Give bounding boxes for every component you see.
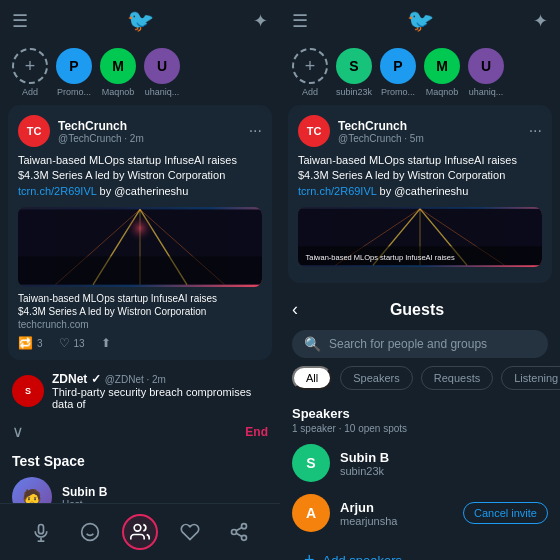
tweet-image — [18, 207, 262, 287]
cancel-invite-button[interactable]: Cancel invite — [463, 502, 548, 524]
r-avatar-subin-label: subin23k — [336, 87, 372, 97]
guests-header: ‹ Guests — [280, 289, 560, 326]
r-avatar-uhaniq[interactable]: U uhaniq... — [468, 48, 504, 97]
left-bottom-bar — [0, 503, 280, 560]
tweet-link[interactable]: tcrn.ch/2R69IVL — [18, 185, 96, 197]
add-speakers-row[interactable]: + Add speakers — [292, 544, 548, 560]
zdnet-tweet-text: Third-party security breach compromises … — [52, 386, 268, 410]
speaker-item-subin: S Subin B subin23k — [292, 444, 548, 482]
r-tweet-more-icon[interactable]: ··· — [529, 122, 542, 140]
speaker-handle-arjun: mearjunsha — [340, 515, 453, 527]
zdnet-logo: S — [12, 375, 44, 407]
right-avatar-row: + Add S subin23k P Promo... M Maqnob U u… — [280, 42, 560, 105]
guests-title: Guests — [310, 301, 524, 319]
left-panel: ☰ 🐦 ✦ + Add P Promo... M Maqnob U uhaniq… — [0, 0, 280, 560]
left-avatar-row: + Add P Promo... M Maqnob U uhaniq... — [0, 42, 280, 105]
svg-point-11 — [82, 524, 99, 541]
emoji-button[interactable] — [72, 514, 108, 550]
left-menu-icon[interactable]: ☰ — [12, 10, 28, 32]
r-tweet-author: TechCrunch @TechCrunch · 5m — [338, 119, 521, 144]
avatar-uhaniq-circle: U — [144, 48, 180, 84]
right-sparkle-icon[interactable]: ✦ — [533, 10, 548, 32]
svg-line-18 — [236, 533, 242, 536]
search-placeholder: Search for people and groups — [329, 337, 487, 351]
r-avatar-subin-circle: S — [336, 48, 372, 84]
svg-rect-7 — [18, 257, 262, 285]
mic-button[interactable] — [23, 514, 59, 550]
svg-point-16 — [232, 530, 237, 535]
add-speakers-label: Add speakers — [323, 553, 403, 560]
speaker-avatar-subin: S — [292, 444, 330, 482]
svg-rect-8 — [38, 525, 43, 534]
left-sparkle-icon[interactable]: ✦ — [253, 10, 268, 32]
svg-point-15 — [242, 524, 247, 529]
avatar-promo[interactable]: P Promo... — [56, 48, 92, 97]
avatar-maqnob[interactable]: M Maqnob — [100, 48, 136, 97]
r-tweet-link[interactable]: tcrn.ch/2R69IVL — [298, 185, 376, 197]
r-add-avatar-circle[interactable]: + — [292, 48, 328, 84]
right-menu-icon[interactable]: ☰ — [292, 10, 308, 32]
people-button[interactable] — [122, 514, 158, 550]
right-tweet-card: TC TechCrunch @TechCrunch · 5m ··· Taiwa… — [288, 105, 552, 283]
r-avatar-uhaniq-label: uhaniq... — [469, 87, 504, 97]
share-icon: ⬆ — [101, 336, 111, 350]
avatar-maqnob-label: Maqnob — [102, 87, 135, 97]
r-avatar-maqnob[interactable]: M Maqnob — [424, 48, 460, 97]
retweet-icon: 🔁 — [18, 336, 33, 350]
left-top-nav: ☰ 🐦 ✦ — [0, 0, 280, 42]
back-arrow-icon[interactable]: ‹ — [292, 299, 298, 320]
tweet-actions: 🔁 3 ♡ 13 ⬆ — [18, 336, 262, 350]
speaker-info-arjun: Arjun mearjunsha — [340, 500, 453, 527]
retweet-action[interactable]: 🔁 3 — [18, 336, 43, 350]
tab-requests[interactable]: Requests — [421, 366, 493, 390]
speaker-info-subin: Subin B subin23k — [340, 450, 548, 477]
tweet-caption2: $4.3M Series A led by Wistron Corporatio… — [18, 306, 262, 317]
zdnet-meta: @ZDNet · 2m — [105, 374, 166, 385]
r-avatar-uhaniq-circle: U — [468, 48, 504, 84]
tweet-handle-time: @TechCrunch · 2m — [58, 133, 241, 144]
heart-icon: ♡ — [59, 336, 70, 350]
avatar-maqnob-circle: M — [100, 48, 136, 84]
r-avatar-subin[interactable]: S subin23k — [336, 48, 372, 97]
avatar-add[interactable]: + Add — [12, 48, 48, 97]
speakers-section: Speakers 1 speaker · 10 open spots S Sub… — [280, 400, 560, 560]
search-icon: 🔍 — [304, 336, 321, 352]
host-name: Subin B — [62, 485, 107, 499]
speaker-name-subin: Subin B — [340, 450, 548, 465]
tweet-more-icon[interactable]: ··· — [249, 122, 262, 140]
speakers-section-title: Speakers — [292, 406, 548, 421]
tc-logo: TC — [18, 115, 50, 147]
search-bar[interactable]: 🔍 Search for people and groups — [292, 330, 548, 358]
right-twitter-logo: 🐦 — [407, 8, 434, 34]
test-space-title: Test Space — [12, 453, 268, 469]
zdnet-name: ZDNet ✓ — [52, 372, 101, 386]
speaker-avatar-arjun: A — [292, 494, 330, 532]
heart-button[interactable] — [172, 514, 208, 550]
r-tc-logo: TC — [298, 115, 330, 147]
end-label[interactable]: End — [245, 425, 268, 439]
r-avatar-maqnob-circle: M — [424, 48, 460, 84]
tab-listening[interactable]: Listening — [501, 366, 560, 390]
r-tweet-author-name: TechCrunch — [338, 119, 521, 133]
left-twitter-logo: 🐦 — [127, 8, 154, 34]
like-action[interactable]: ♡ 13 — [59, 336, 85, 350]
speaker-name-arjun: Arjun — [340, 500, 453, 515]
avatar-add-label: Add — [22, 87, 38, 97]
avatar-uhaniq[interactable]: U uhaniq... — [144, 48, 180, 97]
collapse-arrow-icon[interactable]: ∨ — [12, 422, 24, 441]
share-action[interactable]: ⬆ — [101, 336, 111, 350]
add-avatar-circle[interactable]: + — [12, 48, 48, 84]
avatar-promo-label: Promo... — [57, 87, 91, 97]
r-avatar-add[interactable]: + Add — [292, 48, 328, 97]
r-avatar-promo[interactable]: P Promo... — [380, 48, 416, 97]
r-tweet-image-svg: Taiwan-based MLOps startup InfuseAI rais… — [298, 207, 542, 267]
tweet-caption: Taiwan-based MLOps startup InfuseAI rais… — [18, 293, 262, 304]
tab-speakers[interactable]: Speakers — [340, 366, 412, 390]
right-top-nav: ☰ 🐦 ✦ — [280, 0, 560, 42]
r-tweet-header: TC TechCrunch @TechCrunch · 5m ··· — [298, 115, 542, 147]
r-tweet-handle-time: @TechCrunch · 5m — [338, 133, 521, 144]
tab-all[interactable]: All — [292, 366, 332, 390]
tweet-header: TC TechCrunch @TechCrunch · 2m ··· — [18, 115, 262, 147]
like-count: 13 — [74, 338, 85, 349]
share-button[interactable] — [221, 514, 257, 550]
